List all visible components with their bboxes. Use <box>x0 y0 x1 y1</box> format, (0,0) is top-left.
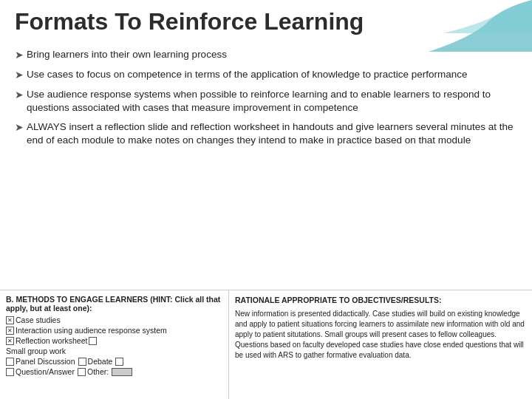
checkbox-interaction[interactable] <box>6 327 14 335</box>
cb-label-debate: Debate <box>88 357 113 366</box>
bullet-arrow-4: ➤ <box>15 120 24 134</box>
bottom-section: B. METHODS TO ENGAGE LEARNERS (HINT: Cli… <box>0 290 532 399</box>
checkbox-reflection[interactable] <box>6 337 14 345</box>
checkbox-debate-extra[interactable] <box>115 358 123 366</box>
checkbox-case-studies[interactable] <box>6 316 14 324</box>
checkbox-panel[interactable] <box>6 358 14 366</box>
cb-reflection: Reflection worksheet <box>6 336 87 345</box>
other-input-box[interactable] <box>112 368 132 376</box>
cb-other: Other: <box>78 367 109 376</box>
cb-case-studies: Case studies <box>6 316 61 324</box>
cb-qa: Question/Answer <box>6 367 75 376</box>
cb-label-qa: Question/Answer <box>16 367 75 376</box>
right-panel-text: New information is presented didacticall… <box>235 309 526 361</box>
cb-label-other: Other: <box>87 367 109 376</box>
cb-label-panel: Panel Discussion <box>16 357 75 366</box>
checkbox-debate[interactable] <box>78 358 86 366</box>
bullet-3: ➤ Use audience response systems when pos… <box>15 88 517 115</box>
slide-title: Formats To Reinforce Learning <box>15 7 525 35</box>
bullet-arrow-3: ➤ <box>15 88 24 102</box>
cb-interaction: Interaction using audience response syst… <box>6 326 167 335</box>
left-header-bold: B. METHODS TO ENGAGE LEARNERS <box>6 295 148 304</box>
checkbox-qa[interactable] <box>6 368 14 376</box>
checkbox-row-2: Reflection worksheet <box>6 336 222 345</box>
bullet-text-4: ALWAYS insert a reflection slide and ref… <box>27 120 517 147</box>
right-panel-header: RATIONALE APPROPRIATE TO OBJECTIVES/RESU… <box>235 295 526 306</box>
right-panel: RATIONALE APPROPRIATE TO OBJECTIVES/RESU… <box>229 290 532 399</box>
checkbox-empty[interactable] <box>89 337 97 345</box>
bullet-2: ➤ Use cases to focus on competence in te… <box>15 68 517 82</box>
cb-label-reflection: Reflection worksheet <box>16 336 87 345</box>
left-panel-header: B. METHODS TO ENGAGE LEARNERS (HINT: Cli… <box>6 295 222 313</box>
content-area: ➤ Bring learners into their own learning… <box>15 48 517 288</box>
bullet-text-1: Bring learners into their own learning p… <box>27 48 517 61</box>
bullet-4: ➤ ALWAYS insert a reflection slide and r… <box>15 120 517 147</box>
bullet-text-3: Use audience response systems when possi… <box>27 88 517 115</box>
checkbox-row-1: Case studies Interaction using audience … <box>6 316 222 335</box>
slide: Formats To Reinforce Learning ➤ Bring le… <box>0 0 532 399</box>
cb-debate: Debate <box>78 357 113 366</box>
cb-empty <box>89 337 97 345</box>
bullet-arrow-2: ➤ <box>15 68 24 82</box>
cb-panel: Panel Discussion <box>6 357 75 366</box>
small-group-label: Small group work <box>6 347 222 355</box>
panel-debate-row: Panel Discussion Debate <box>6 357 222 366</box>
qa-other-row: Question/Answer Other: <box>6 367 222 376</box>
checkbox-other[interactable] <box>78 368 86 376</box>
bullet-1: ➤ Bring learners into their own learning… <box>15 48 517 62</box>
cb-label-interaction: Interaction using audience response syst… <box>16 326 167 335</box>
bullet-text-2: Use cases to focus on competence in term… <box>27 68 517 81</box>
left-panel: B. METHODS TO ENGAGE LEARNERS (HINT: Cli… <box>0 290 229 399</box>
bullet-arrow-1: ➤ <box>15 48 24 62</box>
cb-label-case-studies: Case studies <box>16 316 61 324</box>
title-area: Formats To Reinforce Learning <box>15 7 525 35</box>
